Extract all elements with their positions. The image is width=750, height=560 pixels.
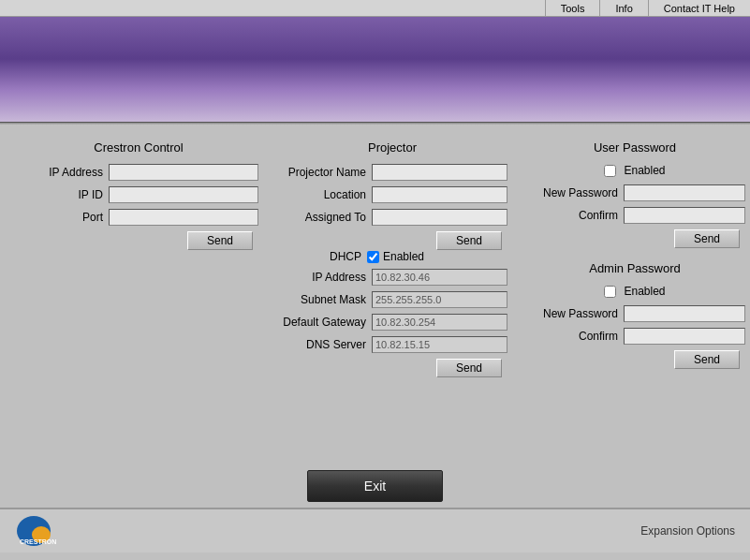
tools-nav-item[interactable]: Tools bbox=[545, 0, 600, 16]
admin-password-title: Admin Password bbox=[524, 261, 745, 275]
dhcp-label: DHCP bbox=[277, 250, 361, 263]
proj-ip-label: IP Address bbox=[277, 271, 366, 284]
admin-new-pass-row: New Password bbox=[524, 305, 745, 322]
gateway-row: Default Gateway bbox=[277, 314, 507, 331]
user-confirm-label: Confirm bbox=[524, 209, 618, 222]
subnet-label: Subnet Mask bbox=[277, 293, 366, 306]
crestron-logo-icon: CRESTRON bbox=[15, 514, 67, 548]
crestron-control-title: Crestron Control bbox=[19, 140, 258, 155]
user-new-pass-input[interactable] bbox=[624, 184, 745, 201]
contact-nav-item[interactable]: Contact IT Help bbox=[648, 0, 750, 16]
dns-label: DNS Server bbox=[277, 338, 366, 351]
dns-input[interactable] bbox=[372, 336, 507, 353]
crestron-control-panel: Crestron Control IP Address IP ID Port S… bbox=[9, 135, 268, 461]
admin-confirm-input[interactable] bbox=[624, 328, 745, 345]
user-new-pass-row: New Password bbox=[524, 184, 745, 201]
admin-password-section: Admin Password Enabled New Password Conf… bbox=[524, 261, 745, 369]
admin-confirm-label: Confirm bbox=[524, 330, 618, 343]
svg-text:CRESTRON: CRESTRON bbox=[20, 538, 56, 545]
user-confirm-row: Confirm bbox=[524, 207, 745, 224]
crestron-logo: CRESTRON bbox=[15, 514, 67, 548]
proj-ip-row: IP Address bbox=[277, 269, 507, 286]
user-new-pass-label: New Password bbox=[524, 186, 618, 199]
main-content: Crestron Control IP Address IP ID Port S… bbox=[0, 125, 750, 508]
admin-enabled-checkbox[interactable] bbox=[604, 286, 616, 298]
assigned-label: Assigned To bbox=[277, 211, 366, 224]
ip-id-input[interactable] bbox=[109, 186, 258, 203]
location-input[interactable] bbox=[372, 186, 507, 203]
user-enabled-label: Enabled bbox=[624, 164, 665, 177]
ip-id-label: IP ID bbox=[19, 188, 103, 201]
admin-new-pass-label: New Password bbox=[524, 307, 618, 320]
dhcp-enabled-label: Enabled bbox=[383, 250, 424, 263]
location-row: Location bbox=[277, 186, 507, 203]
user-confirm-input[interactable] bbox=[624, 207, 745, 224]
dhcp-checkbox[interactable] bbox=[367, 251, 379, 263]
admin-new-pass-input[interactable] bbox=[624, 305, 745, 322]
exit-row: Exit bbox=[9, 470, 741, 502]
crestron-send-row: Send bbox=[19, 231, 258, 250]
right-panel: User Password Enabled New Password Confi… bbox=[517, 135, 750, 461]
proj-ip-input[interactable] bbox=[372, 269, 507, 286]
user-password-section: User Password Enabled New Password Confi… bbox=[524, 140, 745, 248]
location-label: Location bbox=[277, 188, 366, 201]
footer: CRESTRON Expansion Options bbox=[0, 508, 750, 553]
user-password-title: User Password bbox=[524, 140, 745, 155]
ip-address-label: IP Address bbox=[19, 166, 103, 179]
subnet-row: Subnet Mask bbox=[277, 291, 507, 308]
ip-address-row: IP Address bbox=[19, 164, 258, 181]
port-row: Port bbox=[19, 209, 258, 226]
ip-id-row: IP ID bbox=[19, 186, 258, 203]
projector-send2-row: Send bbox=[277, 359, 507, 377]
dhcp-row: DHCP Enabled bbox=[277, 250, 507, 263]
admin-send-row: Send bbox=[524, 350, 745, 369]
gateway-input[interactable] bbox=[372, 314, 507, 331]
user-send-button[interactable]: Send bbox=[674, 229, 740, 248]
crestron-send-button[interactable]: Send bbox=[187, 231, 253, 250]
exit-button[interactable]: Exit bbox=[307, 470, 443, 502]
projector-name-input[interactable] bbox=[372, 164, 507, 181]
admin-send-button[interactable]: Send bbox=[674, 350, 740, 369]
assigned-input[interactable] bbox=[372, 209, 507, 226]
dns-row: DNS Server bbox=[277, 336, 507, 353]
projector-title: Projector bbox=[277, 140, 507, 155]
port-label: Port bbox=[19, 211, 103, 224]
subnet-input[interactable] bbox=[372, 291, 507, 308]
projector-name-label: Projector Name bbox=[277, 166, 366, 179]
port-input[interactable] bbox=[109, 209, 258, 226]
projector-name-row: Projector Name bbox=[277, 164, 507, 181]
assigned-row: Assigned To bbox=[277, 209, 507, 226]
projector-send-button[interactable]: Send bbox=[436, 231, 502, 250]
user-enabled-row: Enabled bbox=[524, 164, 745, 177]
header-banner bbox=[0, 17, 750, 122]
ip-address-input[interactable] bbox=[109, 164, 258, 181]
user-enabled-checkbox[interactable] bbox=[604, 165, 616, 177]
info-nav-item[interactable]: Info bbox=[599, 0, 647, 16]
panels-row: Crestron Control IP Address IP ID Port S… bbox=[9, 135, 741, 461]
user-send-row: Send bbox=[524, 229, 745, 248]
top-nav: Tools Info Contact IT Help bbox=[0, 0, 750, 17]
projector-send2-button[interactable]: Send bbox=[436, 359, 502, 377]
expansion-options-label: Expansion Options bbox=[640, 524, 735, 538]
projector-send-row: Send bbox=[277, 231, 507, 250]
projector-panel: Projector Projector Name Location Assign… bbox=[268, 135, 517, 461]
admin-enabled-label: Enabled bbox=[624, 285, 665, 298]
admin-enabled-row: Enabled bbox=[524, 285, 745, 298]
admin-confirm-row: Confirm bbox=[524, 328, 745, 345]
gateway-label: Default Gateway bbox=[277, 316, 366, 329]
